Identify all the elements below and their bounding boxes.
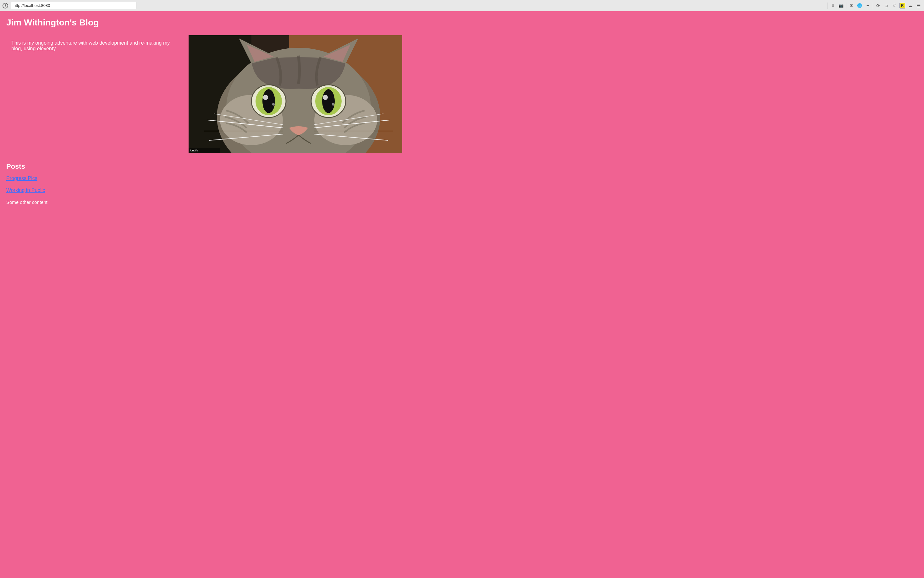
post-link-working-in-public[interactable]: Working in Public xyxy=(6,188,918,193)
shield-icon[interactable] xyxy=(891,3,898,9)
r-badge-icon[interactable]: R xyxy=(900,3,905,8)
separator-1 xyxy=(828,3,828,9)
mail-icon[interactable] xyxy=(848,3,854,9)
sync-icon[interactable] xyxy=(875,3,881,9)
face-icon[interactable] xyxy=(883,3,890,9)
other-content: Some other content xyxy=(6,200,918,205)
download-icon[interactable] xyxy=(830,3,836,9)
svg-point-16 xyxy=(263,95,268,100)
svg-point-23 xyxy=(332,103,334,106)
svg-point-17 xyxy=(272,103,275,106)
svg-point-21 xyxy=(322,89,335,113)
svg-point-15 xyxy=(262,89,275,113)
svg-point-22 xyxy=(323,95,328,100)
page-content: Jim Withington's Blog This is my ongoing… xyxy=(0,11,924,578)
separator-2 xyxy=(846,3,846,9)
star-icon[interactable] xyxy=(865,3,871,9)
url-bar[interactable]: http://localhost:8080 xyxy=(11,2,137,9)
browser-chrome: i http://localhost:8080 R xyxy=(0,0,924,11)
menu-icon[interactable] xyxy=(915,3,921,9)
posts-heading: Posts xyxy=(6,162,918,170)
globe-icon[interactable] xyxy=(856,3,863,9)
hero-image-container: Untitle xyxy=(189,35,402,153)
cat-svg: Untitle xyxy=(189,35,402,153)
separator-3 xyxy=(873,3,873,9)
posts-section: Posts Progress Pics Working in Public So… xyxy=(6,162,918,205)
tagline: This is my ongoing adventure with web de… xyxy=(11,40,177,52)
cloud-icon[interactable] xyxy=(907,3,913,9)
toolbar-right: R xyxy=(828,3,921,9)
cat-image: Untitle xyxy=(189,35,402,153)
post-link-progress-pics[interactable]: Progress Pics xyxy=(6,175,918,181)
hero-text: This is my ongoing adventure with web de… xyxy=(6,35,182,153)
site-title: Jim Withington's Blog xyxy=(6,18,918,28)
hero-section: This is my ongoing adventure with web de… xyxy=(6,35,918,153)
info-icon: i xyxy=(3,3,8,8)
svg-text:Untitle: Untitle xyxy=(190,149,198,152)
camera-icon[interactable] xyxy=(838,3,844,9)
